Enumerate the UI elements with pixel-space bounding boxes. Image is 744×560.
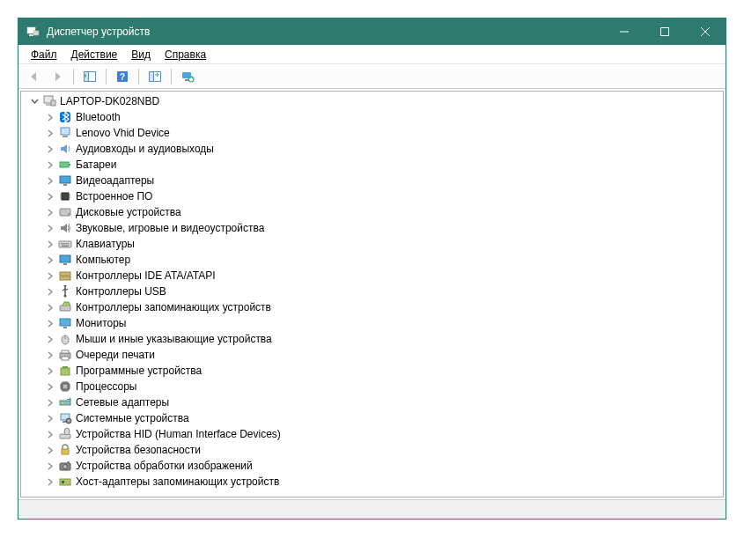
- chevron-right-icon[interactable]: [44, 349, 56, 361]
- chevron-right-icon[interactable]: [44, 127, 56, 139]
- chevron-right-icon[interactable]: [44, 317, 56, 329]
- tree-item-label: Видеоадаптеры: [76, 174, 154, 187]
- chevron-right-icon[interactable]: [44, 269, 56, 282]
- tree-item[interactable]: Контроллеры USB: [25, 284, 723, 299]
- chevron-right-icon[interactable]: [44, 158, 56, 171]
- chevron-right-icon[interactable]: [44, 190, 56, 203]
- tree-item-label: Контроллеры IDE ATA/ATAPI: [76, 269, 216, 282]
- tree-item[interactable]: Аудиовходы и аудиовыходы: [25, 141, 723, 157]
- tree-item[interactable]: Процессоры: [25, 379, 723, 394]
- tree-item[interactable]: Батареи: [25, 157, 723, 173]
- tree-root[interactable]: LAPTOP-DK028NBD: [25, 93, 723, 109]
- chevron-right-icon[interactable]: [44, 174, 56, 187]
- tree-item[interactable]: Мыши и иные указывающие устройства: [25, 331, 723, 347]
- forward-button[interactable]: [47, 67, 68, 86]
- tree-item[interactable]: Хост-адаптеры запоминающих устройств: [25, 474, 723, 490]
- tree-item[interactable]: Lenovo Vhid Device: [25, 125, 723, 141]
- tree-item[interactable]: Дисковые устройства: [25, 204, 723, 220]
- menu-help[interactable]: Справка: [158, 47, 213, 63]
- chevron-right-icon[interactable]: [44, 143, 56, 155]
- tree-item-label: Устройства HID (Human Interface Devices): [76, 428, 281, 440]
- chevron-right-icon[interactable]: [44, 444, 56, 456]
- sound-icon: [58, 221, 72, 235]
- tree-item[interactable]: Звуковые, игровые и видеоустройства: [25, 220, 723, 236]
- device-tree-pane[interactable]: LAPTOP-DK028NBD BluetoothLenovo Vhid Dev…: [20, 91, 724, 497]
- tree-item-label: Сетевые адаптеры: [76, 396, 169, 409]
- tree-item[interactable]: Встроенное ПО: [25, 188, 723, 204]
- minimize-button[interactable]: [604, 18, 645, 45]
- app-icon: [26, 25, 40, 39]
- tree-item[interactable]: Устройства обработки изображений: [25, 458, 723, 474]
- svg-rect-48: [60, 319, 70, 326]
- svg-rect-58: [63, 385, 67, 388]
- help-button[interactable]: ?: [112, 67, 133, 86]
- chevron-right-icon[interactable]: [44, 254, 56, 266]
- tree-item[interactable]: Сетевые адаптеры: [25, 394, 723, 410]
- printer-icon: [58, 348, 72, 362]
- chevron-right-icon[interactable]: [44, 475, 56, 488]
- svg-rect-39: [66, 243, 68, 245]
- menubar: Файл Действие Вид Справка: [18, 45, 726, 64]
- chevron-right-icon[interactable]: [44, 222, 56, 234]
- show-hide-tree-button[interactable]: [79, 67, 100, 86]
- storage-icon: [58, 300, 72, 314]
- chevron-right-icon[interactable]: [44, 428, 56, 440]
- tree-item-label: Контроллеры USB: [76, 285, 166, 298]
- svg-rect-54: [62, 357, 69, 360]
- usb-icon: [58, 284, 72, 298]
- tree-item[interactable]: Очереди печати: [25, 347, 723, 363]
- chevron-right-icon[interactable]: [44, 238, 56, 250]
- svg-rect-53: [62, 350, 69, 353]
- chevron-right-icon[interactable]: [44, 301, 56, 313]
- tree-item[interactable]: Устройства HID (Human Interface Devices): [25, 426, 723, 442]
- svg-rect-55: [61, 368, 70, 375]
- tree-item[interactable]: Компьютер: [25, 252, 723, 268]
- chevron-right-icon[interactable]: [44, 380, 56, 393]
- chevron-right-icon[interactable]: [44, 396, 56, 409]
- svg-rect-24: [60, 176, 70, 183]
- update-driver-button[interactable]: [177, 67, 198, 86]
- tree-item[interactable]: Программные устройства: [25, 363, 723, 379]
- tree-item-label: Процессоры: [76, 380, 137, 393]
- svg-rect-18: [51, 100, 55, 106]
- back-button[interactable]: [24, 67, 45, 86]
- chevron-right-icon[interactable]: [44, 285, 56, 298]
- tree-item[interactable]: Контроллеры IDE ATA/ATAPI: [25, 268, 723, 284]
- maximize-button[interactable]: [645, 18, 685, 45]
- chevron-right-icon[interactable]: [44, 365, 56, 377]
- svg-rect-56: [63, 366, 68, 368]
- menu-file[interactable]: Файл: [24, 47, 64, 63]
- tree-item-label: Lenovo Vhid Device: [76, 127, 170, 139]
- tree-item[interactable]: Bluetooth: [25, 109, 723, 125]
- tree-item-label: Программные устройства: [76, 365, 202, 377]
- hid-icon: [58, 427, 72, 441]
- tree-item[interactable]: Мониторы: [25, 315, 723, 331]
- chevron-right-icon[interactable]: [44, 206, 56, 218]
- svg-rect-85: [65, 481, 70, 483]
- tree-item[interactable]: Видеоадаптеры: [25, 173, 723, 188]
- chevron-right-icon[interactable]: [44, 111, 56, 123]
- chevron-right-icon[interactable]: [44, 412, 56, 424]
- svg-rect-71: [60, 401, 70, 405]
- menu-action[interactable]: Действие: [64, 47, 125, 63]
- svg-rect-38: [64, 243, 66, 245]
- tree-item[interactable]: Контроллеры запоминающих устройств: [25, 299, 723, 315]
- scan-hardware-button[interactable]: [144, 67, 166, 86]
- chevron-right-icon[interactable]: [44, 460, 56, 472]
- tree-item[interactable]: Устройства безопасности: [25, 442, 723, 458]
- tree-item[interactable]: Клавиатуры: [25, 236, 723, 252]
- titlebar: Диспетчер устройств: [18, 18, 726, 45]
- system-icon: [58, 411, 72, 425]
- menu-view[interactable]: Вид: [124, 47, 158, 63]
- tree-item-label: Системные устройства: [76, 412, 189, 424]
- imaging-icon: [58, 459, 72, 473]
- chevron-down-icon[interactable]: [28, 95, 41, 107]
- tree-item[interactable]: Системные устройства: [25, 410, 723, 426]
- chevron-right-icon[interactable]: [44, 333, 56, 345]
- ide-icon: [58, 269, 72, 283]
- svg-rect-23: [69, 164, 70, 166]
- pc-icon: [58, 126, 72, 140]
- svg-rect-20: [61, 128, 70, 135]
- close-button[interactable]: [685, 18, 726, 45]
- tree-item-label: Дисковые устройства: [76, 206, 181, 218]
